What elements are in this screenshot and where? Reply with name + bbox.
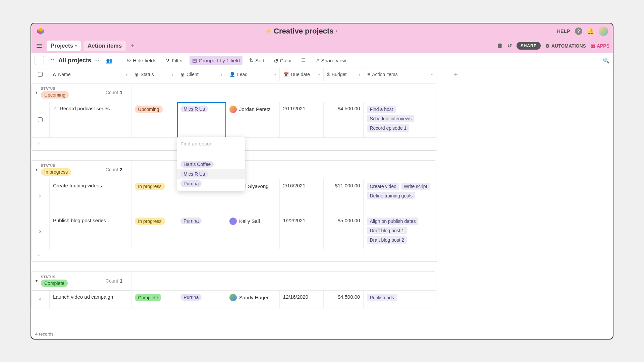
- add-row-button[interactable]: ＋: [32, 249, 437, 262]
- group-caption: STATUS: [41, 164, 71, 168]
- color-icon: ◔: [274, 57, 278, 63]
- menu-icon[interactable]: [35, 44, 44, 48]
- share-button[interactable]: SHARE: [517, 42, 541, 50]
- collapse-icon[interactable]: ▾: [36, 279, 38, 283]
- people-icon[interactable]: 👥: [106, 57, 113, 64]
- action-tag[interactable]: Create video: [367, 183, 399, 190]
- apps-link[interactable]: ▦APPS: [591, 43, 609, 49]
- action-tag[interactable]: Publish ads: [367, 294, 396, 301]
- group-header[interactable]: ▾ STATUS Upcoming Count1: [32, 83, 131, 102]
- dropdown-option[interactable]: Mics R Us: [177, 169, 245, 179]
- add-tab-button[interactable]: ＋: [128, 42, 137, 50]
- column-header-status[interactable]: ◉Status▾: [131, 68, 177, 81]
- footer: 4 records: [31, 329, 613, 339]
- status-badge: In progress: [41, 168, 71, 176]
- sort-button[interactable]: ⇅Sort: [247, 56, 267, 65]
- due-date: 12/16/2020: [283, 294, 308, 300]
- select-field-icon: ◉: [135, 72, 139, 77]
- bell-icon[interactable]: 🔔: [587, 27, 594, 35]
- tabbar: Projects ▾ Action items ＋ 🗑 ↺ SHARE ⚙AUT…: [31, 39, 613, 53]
- status-badge: Complete: [41, 280, 68, 287]
- action-tag[interactable]: Align on publish dates: [367, 218, 418, 225]
- column-header-actions[interactable]: ≡Action items▾: [364, 68, 436, 81]
- record-name: Record podcast series: [60, 106, 110, 111]
- table-row[interactable]: 3 Publish blog post series In progress P…: [32, 214, 436, 249]
- help-link[interactable]: HELP: [557, 28, 570, 34]
- titlebar: ⚡ Creative projects ▾ HELP ? 🔔: [31, 23, 613, 39]
- history-icon[interactable]: ↺: [507, 43, 512, 49]
- sidebar-toggle[interactable]: [35, 56, 44, 65]
- action-tag[interactable]: Define training goals: [367, 192, 415, 199]
- due-date: 2/16/2021: [283, 183, 306, 188]
- group-header[interactable]: ▾ STATUS Complete Count1: [32, 272, 131, 291]
- view-switcher[interactable]: All projects ⋯: [48, 55, 102, 66]
- action-tag[interactable]: Write script: [401, 183, 430, 190]
- expand-icon[interactable]: ⤢: [53, 106, 57, 111]
- action-tag[interactable]: Schedule interviews: [367, 115, 414, 122]
- column-header-budget[interactable]: $Budget▾: [324, 68, 364, 81]
- filter-button[interactable]: ⧩Filter: [163, 56, 185, 65]
- group-header[interactable]: ▾ STATUS In progress Count2: [32, 161, 131, 179]
- dropdown-search-input[interactable]: [180, 141, 241, 146]
- date-field-icon: 📅: [283, 72, 289, 77]
- automations-link[interactable]: ⚙AUTOMATIONS: [545, 43, 586, 49]
- linked-field-icon: ≡: [367, 72, 370, 77]
- status-badge: Complete: [135, 294, 162, 301]
- bolt-icon: ⚡: [265, 28, 272, 34]
- base-title[interactable]: ⚡ Creative projects ▾: [265, 27, 337, 36]
- trash-icon[interactable]: 🗑: [497, 43, 503, 49]
- hide-fields-button[interactable]: ⊘Hide fields: [124, 56, 159, 65]
- budget-value: $4,500.00: [338, 106, 360, 111]
- action-tag[interactable]: Draft blog post 1: [367, 227, 407, 234]
- group-button[interactable]: ▤Grouped by 1 field: [190, 56, 243, 65]
- row-checkbox[interactable]: [38, 117, 43, 122]
- action-tag[interactable]: Draft blog post 2: [367, 236, 407, 244]
- collapse-icon[interactable]: ▾: [36, 167, 38, 172]
- chevron-down-icon: ▾: [274, 73, 276, 76]
- group-upcoming: ▾ STATUS Upcoming Count1 ⤢Record podcast…: [31, 83, 436, 151]
- column-header-name[interactable]: AName▾: [49, 68, 131, 81]
- grid-view-icon: [51, 58, 57, 63]
- eye-off-icon: ⊘: [127, 57, 131, 63]
- view-name-text: All projects: [58, 57, 91, 64]
- tab-label: Projects: [51, 43, 73, 49]
- row-height-button[interactable]: ☰: [299, 56, 308, 65]
- filter-icon: ⧩: [166, 57, 170, 63]
- status-badge: In progress: [135, 218, 165, 225]
- table-row[interactable]: ⤢Record podcast series Upcoming Mics R U…: [32, 102, 436, 138]
- dropdown-option[interactable]: Hart's Coffee: [177, 159, 245, 169]
- budget-value: $11,000.00: [335, 183, 360, 188]
- client-tag: Mics R Us: [180, 106, 208, 112]
- chevron-down-icon: ▾: [172, 73, 173, 76]
- app-window: ⚡ Creative projects ▾ HELP ? 🔔 Projects …: [31, 23, 613, 340]
- dots-icon[interactable]: ⋯: [94, 57, 99, 63]
- column-header-client[interactable]: ◉Client▾: [177, 68, 226, 81]
- apps-icon: ▦: [591, 43, 595, 49]
- tab-projects[interactable]: Projects ▾: [47, 41, 81, 51]
- action-tag[interactable]: Find a host: [367, 106, 395, 113]
- collapse-icon[interactable]: ▾: [36, 90, 38, 95]
- app-logo[interactable]: [36, 26, 45, 36]
- table-row[interactable]: 4 Launch video ad campaign Complete Purr…: [32, 291, 436, 308]
- group-complete: ▾ STATUS Complete Count1 4 Launch video …: [31, 272, 436, 308]
- status-badge: Upcoming: [41, 91, 69, 99]
- text-field-icon: A: [53, 72, 56, 77]
- tab-action-items[interactable]: Action items: [84, 41, 126, 51]
- row-number: 3: [39, 229, 42, 234]
- action-tag[interactable]: Record episode 1: [367, 124, 409, 132]
- select-all-checkbox[interactable]: [31, 68, 49, 81]
- help-icon[interactable]: ?: [575, 27, 582, 35]
- column-header-lead[interactable]: 👤Lead▾: [226, 68, 280, 81]
- avatar: [229, 218, 237, 225]
- column-header-due[interactable]: 📅Due date▾: [280, 68, 324, 81]
- add-column-button[interactable]: ＋: [436, 68, 475, 81]
- avatar: [229, 106, 237, 113]
- color-button[interactable]: ◔Color: [271, 56, 295, 65]
- group-caption: STATUS: [41, 275, 68, 279]
- user-field-icon: 👤: [229, 72, 235, 77]
- user-avatar[interactable]: [599, 26, 608, 36]
- dropdown-option[interactable]: Purrina: [177, 179, 245, 188]
- share-view-button[interactable]: ↗Share view: [312, 56, 348, 65]
- client-cell-editing[interactable]: Mics R Us Hart's Coffee Mics R Us Purrin…: [177, 102, 226, 137]
- search-icon[interactable]: 🔍: [603, 57, 609, 64]
